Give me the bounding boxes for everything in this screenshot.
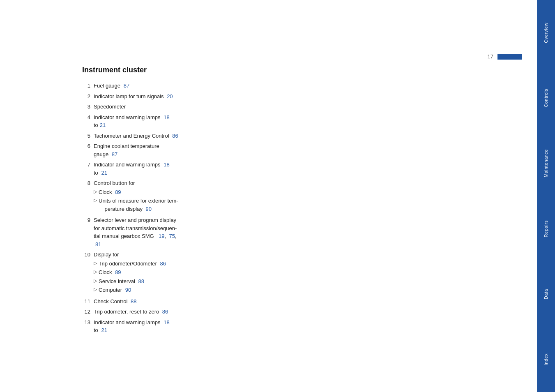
page-ref[interactable]: 20 xyxy=(167,93,173,99)
item-content: Indicator and warning lamps 18 to 21 xyxy=(94,113,170,129)
item-number: 9 xyxy=(82,216,94,224)
item-number: 8 xyxy=(82,179,94,187)
page-ref[interactable]: 90 xyxy=(125,287,131,293)
sidebar-item-index[interactable]: Index xyxy=(537,327,555,392)
page-ref[interactable]: 75 xyxy=(169,233,175,239)
item-content: Indicator and warning lamps 18 to 21 xyxy=(94,161,170,177)
item-number: 11 xyxy=(82,297,94,306)
triangle-icon: ▷ xyxy=(94,188,97,195)
item-content: Tachometer and Energy Control 86 xyxy=(94,132,178,140)
sub-item: ▷ Units of measure for exterior tem- per… xyxy=(94,197,178,213)
sidebar-label-maintenance: Maintenance xyxy=(543,149,548,178)
list-item: 12 Trip odometer, reset to zero 86 xyxy=(82,308,370,316)
item-number: 6 xyxy=(82,142,94,150)
sidebar-item-controls[interactable]: Controls xyxy=(537,65,555,131)
sidebar-item-data[interactable]: Data xyxy=(537,261,555,327)
triangle-icon: ▷ xyxy=(94,197,97,204)
list-item: 1 Fuel gauge 87 xyxy=(82,82,370,90)
sidebar-label-data: Data xyxy=(543,289,548,299)
page-ref[interactable]: 86 xyxy=(160,261,166,267)
item-content: Check Control 88 xyxy=(94,297,136,306)
section-title: Instrument cluster xyxy=(82,66,370,74)
page-ref[interactable]: 87 xyxy=(124,83,129,89)
item-number: 10 xyxy=(82,251,94,259)
page-ref[interactable]: 88 xyxy=(138,278,144,284)
item-content: Indicator lamp for turn signals 20 xyxy=(94,92,173,101)
page-ref[interactable]: 18 xyxy=(164,114,169,120)
sub-items-list: ▷ Trip odometer/Odometer 86 ▷ Clock 89 ▷… xyxy=(94,260,166,294)
item-number: 13 xyxy=(82,318,94,327)
sub-item-label: Computer 90 xyxy=(99,286,131,294)
list-item: 4 Indicator and warning lamps 18 to 21 xyxy=(82,113,370,129)
item-number: 7 xyxy=(82,161,94,169)
item-content: Display for ▷ Trip odometer/Odometer 86 … xyxy=(94,251,166,295)
sub-item: ▷ Clock 89 xyxy=(94,188,178,196)
sub-item-label: Service interval 88 xyxy=(99,277,144,286)
triangle-icon: ▷ xyxy=(94,277,97,284)
item-content: Speedometer xyxy=(94,103,126,111)
page-ref[interactable]: 88 xyxy=(131,298,136,304)
sidebar: Overview Controls Maintenance Repairs Da… xyxy=(537,0,555,392)
item-content: Fuel gauge 87 xyxy=(94,82,129,90)
page-ref[interactable]: 21 xyxy=(101,170,107,176)
item-content: Selector lever and program display for a… xyxy=(94,216,177,248)
sidebar-item-repairs[interactable]: Repairs xyxy=(537,196,555,261)
sub-item: ▷ Clock 89 xyxy=(94,268,166,277)
item-content: Engine coolant temperature gauge 87 xyxy=(94,142,159,158)
item-number: 3 xyxy=(82,103,94,111)
page-ref[interactable]: 90 xyxy=(146,206,152,212)
sidebar-item-maintenance[interactable]: Maintenance xyxy=(537,131,555,196)
list-item: 13 Indicator and warning lamps 18 to 21 xyxy=(82,318,370,334)
item-content: Trip odometer, reset to zero 86 xyxy=(94,308,168,316)
item-content: Indicator and warning lamps 18 to 21 xyxy=(94,318,170,334)
list-item: 7 Indicator and warning lamps 18 to 21 xyxy=(82,161,370,177)
item-number: 2 xyxy=(82,92,94,101)
sidebar-item-overview[interactable]: Overview xyxy=(537,0,555,65)
sub-item-label: Clock 89 xyxy=(99,268,121,277)
list-item: 5 Tachometer and Energy Control 86 xyxy=(82,132,370,140)
page-ref[interactable]: 81 xyxy=(95,241,101,247)
sidebar-label-controls: Controls xyxy=(543,89,548,107)
sub-item-label: Clock 89 xyxy=(99,188,121,196)
sub-item: ▷ Service interval 88 xyxy=(94,277,166,286)
page-ref[interactable]: 86 xyxy=(172,133,178,139)
item-number: 4 xyxy=(82,113,94,122)
sub-items-list: ▷ Clock 89 ▷ Units of measure for exteri… xyxy=(94,188,178,213)
sidebar-label-repairs: Repairs xyxy=(543,220,548,237)
page-ref[interactable]: 19 xyxy=(159,233,164,239)
item-number: 5 xyxy=(82,132,94,140)
item-number: 12 xyxy=(82,308,94,316)
list-item: 6 Engine coolant temperature gauge 87 xyxy=(82,142,370,158)
item-number: 1 xyxy=(82,82,94,90)
page-number: 17 xyxy=(488,53,493,60)
list-item: 3 Speedometer xyxy=(82,103,370,111)
page-ref[interactable]: 87 xyxy=(112,151,117,157)
blue-bar-decoration xyxy=(497,54,522,60)
list-item: 11 Check Control 88 xyxy=(82,297,370,306)
page-ref[interactable]: 86 xyxy=(162,309,168,315)
sub-item: ▷ Trip odometer/Odometer 86 xyxy=(94,260,166,268)
list-item: 8 Control button for ▷ Clock 89 ▷ Units … xyxy=(82,179,370,214)
list-item: 9 Selector lever and program display for… xyxy=(82,216,370,248)
list-item: 2 Indicator lamp for turn signals 20 xyxy=(82,92,370,101)
sidebar-label-index: Index xyxy=(543,353,548,365)
sidebar-label-overview: Overview xyxy=(543,23,548,43)
triangle-icon: ▷ xyxy=(94,286,97,293)
page-ref[interactable]: 18 xyxy=(164,319,169,325)
page-ref[interactable]: 89 xyxy=(115,269,121,275)
triangle-icon: ▷ xyxy=(94,260,97,267)
sub-item: ▷ Computer 90 xyxy=(94,286,166,294)
list-item: 10 Display for ▷ Trip odometer/Odometer … xyxy=(82,251,370,295)
main-content: Instrument cluster 1 Fuel gauge 87 2 Ind… xyxy=(82,53,370,337)
item-content: Control button for ▷ Clock 89 ▷ Units of… xyxy=(94,179,178,214)
items-list: 1 Fuel gauge 87 2 Indicator lamp for tur… xyxy=(82,82,370,334)
page-ref[interactable]: 89 xyxy=(115,189,121,195)
sub-item-label: Units of measure for exterior tem- perat… xyxy=(99,197,178,213)
page-ref[interactable]: 18 xyxy=(164,161,169,168)
page-ref[interactable]: 21 xyxy=(101,327,107,333)
page-ref[interactable]: 21 xyxy=(100,121,106,129)
triangle-icon: ▷ xyxy=(94,268,97,275)
sub-item-label: Trip odometer/Odometer 86 xyxy=(99,260,166,268)
